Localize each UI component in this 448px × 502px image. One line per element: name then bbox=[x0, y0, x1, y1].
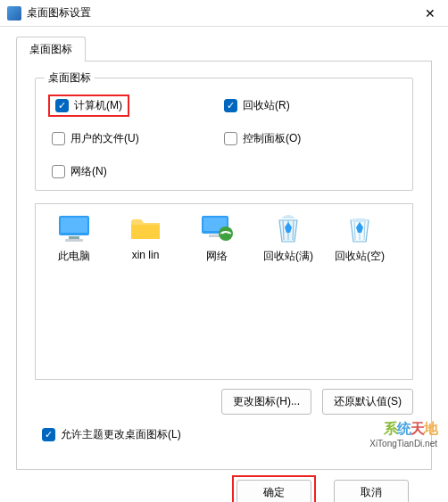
restore-default-button[interactable]: 还原默认值(S) bbox=[322, 389, 413, 415]
monitor-icon bbox=[56, 213, 92, 243]
checkbox-network[interactable]: 网络(N) bbox=[52, 164, 224, 179]
button-label: 确定 bbox=[263, 486, 285, 498]
group-desktop-icons: 桌面图标 ✓ 计算机(M) ✓ 回收站(R) 用户的文件(U) bbox=[35, 78, 413, 191]
checkbox-computer[interactable]: ✓ 计算机(M) bbox=[52, 98, 224, 113]
group-legend: 桌面图标 bbox=[45, 70, 95, 86]
button-label: 更改图标(H)... bbox=[233, 395, 300, 407]
checkbox-label: 允许主题更改桌面图标(L) bbox=[61, 427, 181, 442]
icon-item-network[interactable]: 网络 bbox=[184, 213, 250, 264]
button-label: 取消 bbox=[361, 486, 382, 498]
checkbox-label: 控制面板(O) bbox=[243, 131, 301, 146]
icon-label: xin lin bbox=[132, 249, 160, 261]
app-icon bbox=[7, 6, 21, 21]
check-icon: ✓ bbox=[55, 99, 69, 112]
svg-point-8 bbox=[351, 218, 369, 222]
highlight-computer: ✓ 计算机(M) bbox=[48, 95, 129, 117]
check-icon bbox=[52, 132, 65, 145]
ok-button[interactable]: 确定 bbox=[236, 480, 311, 502]
spacer bbox=[224, 164, 396, 179]
window-title: 桌面图标设置 bbox=[27, 5, 419, 21]
check-icon: ✓ bbox=[42, 428, 55, 441]
icon-label: 回收站(空) bbox=[335, 249, 385, 264]
close-icon[interactable]: ✕ bbox=[419, 6, 441, 21]
checkbox-recycle[interactable]: ✓ 回收站(R) bbox=[224, 98, 396, 113]
network-monitor-icon bbox=[199, 213, 235, 243]
icon-item-recycle-empty[interactable]: 回收站(空) bbox=[327, 213, 393, 264]
icon-label: 网络 bbox=[206, 249, 228, 264]
highlight-ok: 确定 bbox=[232, 475, 316, 502]
recycle-bin-empty-icon bbox=[342, 213, 377, 243]
checkbox-label: 用户的文件(U) bbox=[71, 131, 139, 146]
recycle-bin-full-icon bbox=[270, 213, 306, 243]
icon-label: 回收站(满) bbox=[263, 249, 313, 264]
checkbox-control-panel[interactable]: 控制面板(O) bbox=[224, 131, 396, 146]
check-icon: ✓ bbox=[224, 99, 237, 112]
tab-strip: 桌面图标 bbox=[16, 36, 432, 61]
check-icon bbox=[52, 165, 65, 178]
titlebar: 桌面图标设置 ✕ bbox=[0, 0, 448, 27]
svg-rect-2 bbox=[69, 236, 79, 239]
icon-item-recycle-full[interactable]: 回收站(满) bbox=[255, 213, 321, 264]
tab-desktop-icons[interactable]: 桌面图标 bbox=[16, 37, 86, 62]
checkbox-label: 回收站(R) bbox=[243, 98, 290, 113]
dialog-body: 桌面图标 桌面图标 ✓ 计算机(M) ✓ 回收站(R) bbox=[0, 27, 448, 502]
folder-icon bbox=[128, 213, 163, 243]
change-icon-button[interactable]: 更改图标(H)... bbox=[221, 389, 311, 415]
icon-preview-list: 此电脑 xin lin 网络 bbox=[35, 203, 413, 380]
checkbox-label: 计算机(M) bbox=[74, 98, 122, 113]
dialog-footer: 确定 取消 bbox=[16, 475, 432, 502]
icon-label: 此电脑 bbox=[58, 249, 90, 264]
checkbox-userfiles[interactable]: 用户的文件(U) bbox=[52, 131, 224, 146]
svg-rect-1 bbox=[61, 218, 87, 233]
button-label: 还原默认值(S) bbox=[334, 395, 402, 407]
checkbox-label: 网络(N) bbox=[71, 164, 107, 179]
cancel-button[interactable]: 取消 bbox=[334, 480, 409, 502]
svg-rect-3 bbox=[65, 239, 83, 242]
icon-item-userfolder[interactable]: xin lin bbox=[112, 213, 178, 264]
check-icon bbox=[224, 132, 237, 145]
tab-label: 桌面图标 bbox=[29, 43, 72, 55]
checkbox-allow-theme[interactable]: ✓ 允许主题更改桌面图标(L) bbox=[42, 427, 413, 442]
icon-item-this-pc[interactable]: 此电脑 bbox=[41, 213, 107, 264]
tab-panel: 桌面图标 ✓ 计算机(M) ✓ 回收站(R) 用户的文件(U) bbox=[16, 61, 432, 470]
